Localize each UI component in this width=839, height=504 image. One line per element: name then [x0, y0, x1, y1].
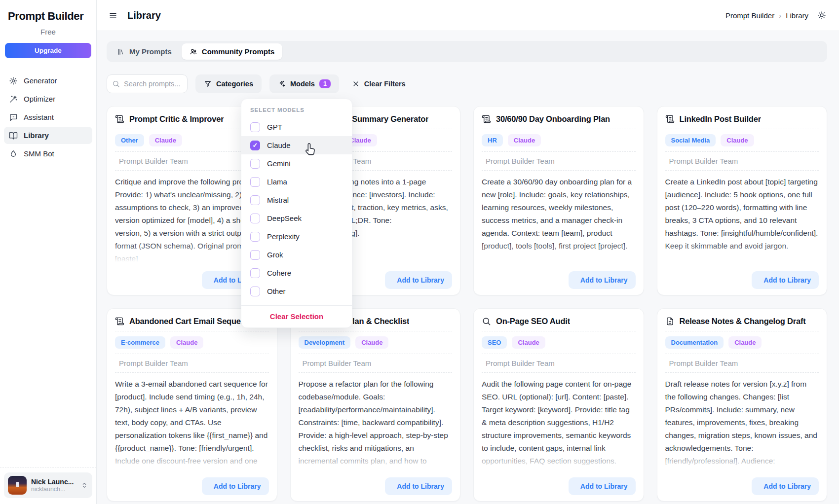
close-icon	[352, 80, 360, 88]
search-box[interactable]	[107, 74, 188, 93]
tag-hr: HR	[482, 134, 503, 146]
model-option-grok[interactable]: Grok	[241, 246, 352, 264]
theme-toggle-sun-icon[interactable]	[817, 11, 826, 20]
card-tags: E-commerceClaude	[115, 336, 203, 349]
checkbox[interactable]	[250, 214, 260, 223]
tag-seo: SEO	[482, 336, 507, 349]
breadcrumb-item[interactable]: Library	[786, 11, 808, 20]
card-author-name: Prompt Builder Team	[119, 359, 188, 367]
model-option-label: Other	[267, 287, 286, 295]
card-title: 30/60/90 Day Onboarding Plan	[496, 114, 610, 124]
upgrade-button[interactable]: Upgrade	[5, 43, 91, 58]
model-option-claude[interactable]: ✓ Claude	[241, 136, 352, 154]
model-option-gpt[interactable]: GPT	[241, 118, 352, 136]
add-to-library-button[interactable]: Add to Library	[752, 477, 819, 495]
tab-label: Community Prompts	[202, 47, 275, 56]
model-option-gemini[interactable]: Gemini	[241, 154, 352, 173]
sidebar-item-library[interactable]: Library	[4, 127, 92, 144]
tag-claude: Claude	[721, 134, 754, 146]
tag-claude: Claude	[170, 336, 203, 349]
card-title: On-Page SEO Audit	[496, 317, 570, 326]
model-option-perplexity[interactable]: Perplexity	[241, 227, 352, 246]
add-to-library-button[interactable]: Add to Library	[569, 271, 636, 289]
model-option-deepseek[interactable]: DeepSeek	[241, 209, 352, 227]
card-author-name: Prompt Builder Team	[486, 359, 555, 367]
checkbox[interactable]	[250, 268, 260, 278]
tag-claude: Claude	[728, 336, 762, 349]
users-icon	[190, 48, 197, 56]
chevron-right-icon: ›	[779, 11, 781, 20]
tab-bar: My Prompts Community Prompts	[107, 41, 827, 62]
sidebar-item-optimizer[interactable]: Optimizer	[4, 90, 92, 108]
categories-filter-button[interactable]: Categories	[195, 74, 262, 93]
card-tags: HRClaude	[482, 134, 541, 146]
add-to-library-button[interactable]: Add to Library	[569, 477, 636, 495]
add-to-library-button[interactable]: Add to Library	[385, 477, 452, 495]
model-option-label: Llama	[267, 178, 287, 186]
search-icon	[482, 317, 491, 326]
model-option-other[interactable]: Other	[241, 282, 352, 300]
book-icon	[9, 131, 18, 140]
checkbox[interactable]: ✓	[250, 141, 260, 150]
user-card[interactable]: Nick Launc... nicklaunch...	[4, 472, 92, 498]
card-tags: OtherClaude	[115, 134, 182, 146]
add-to-library-button[interactable]: Add to Library	[385, 271, 452, 289]
model-option-cohere[interactable]: Cohere	[241, 264, 352, 282]
tag-documentation: Documentation	[665, 336, 724, 349]
model-option-mistral[interactable]: Mistral	[241, 191, 352, 209]
sparkles-icon	[278, 80, 286, 88]
user-name: Nick Launc...	[31, 478, 74, 486]
add-to-library-button[interactable]: Add to Library	[202, 477, 269, 495]
search-icon	[112, 80, 120, 88]
models-dropdown: SELECT MODELS GPT ✓ Claude Gemini Llama …	[241, 99, 352, 328]
card-author-name: Prompt Builder Team	[486, 157, 555, 165]
breadcrumb: Prompt Builder › Library	[725, 11, 808, 20]
tag-claude: Claude	[355, 336, 388, 349]
user-handle: nicklaunch...	[31, 486, 74, 493]
model-option-label: GPT	[267, 123, 282, 131]
card-author-name: Prompt Builder Team	[119, 157, 188, 165]
gear-icon	[9, 76, 18, 85]
tag-development: Development	[299, 336, 351, 349]
model-option-label: Claude	[267, 141, 291, 149]
page-title: Library	[127, 10, 161, 21]
search-input[interactable]	[124, 80, 182, 88]
sidebar-item-generator[interactable]: Generator	[4, 72, 92, 89]
checkbox[interactable]	[250, 177, 260, 187]
menu-icon[interactable]	[109, 11, 117, 20]
card-tags: SEOClaude	[482, 336, 545, 349]
prompt-card: Abandoned Cart Email Sequence E-commerce…	[107, 308, 277, 502]
funnel-icon	[204, 80, 212, 88]
sidebar-item-smm-bot[interactable]: SMM Bot	[4, 145, 92, 162]
checkbox[interactable]	[250, 195, 260, 205]
tag-other: Other	[115, 134, 144, 146]
checkbox[interactable]	[250, 159, 260, 169]
card-description: Create a 30/60/90 day onboarding plan fo…	[482, 176, 636, 265]
card-description: Propose a refactor plan for the followin…	[299, 378, 453, 471]
clear-filters-button[interactable]: Clear Filters	[352, 80, 406, 88]
prompt-card-grid: Prompt Critic & Improver OtherClaude Pro…	[107, 106, 827, 502]
sidebar-item-assistant[interactable]: Assistant	[4, 108, 92, 126]
model-option-label: Gemini	[267, 159, 291, 168]
file-icon	[665, 317, 675, 326]
card-tags: DocumentationClaude	[665, 336, 762, 349]
tab-community-prompts[interactable]: Community Prompts	[182, 43, 283, 60]
checkbox[interactable]	[250, 122, 260, 132]
add-to-library-button[interactable]: Add to Library	[752, 271, 819, 289]
tag-claude: Claude	[508, 134, 541, 146]
sidebar-footer: Nick Launc... nicklaunch...	[0, 467, 96, 504]
checkbox[interactable]	[250, 287, 260, 296]
breadcrumb-item[interactable]: Prompt Builder	[725, 11, 774, 20]
prompt-card: LinkedIn Post Builder Social MediaClaude…	[657, 106, 828, 295]
checkbox[interactable]	[250, 232, 260, 242]
tag-claude: Claude	[149, 134, 182, 146]
wand-icon	[9, 95, 18, 104]
sidebar-item-label: SMM Bot	[24, 149, 54, 158]
model-option-llama[interactable]: Llama	[241, 173, 352, 191]
tab-my-prompts[interactable]: My Prompts	[109, 43, 180, 60]
clear-selection-button[interactable]: Clear Selection	[241, 306, 352, 325]
card-title: LinkedIn Post Builder	[680, 114, 761, 124]
models-filter-button[interactable]: Models 1	[269, 74, 339, 93]
card-title: Abandoned Cart Email Sequence	[129, 317, 255, 326]
checkbox[interactable]	[250, 250, 260, 260]
